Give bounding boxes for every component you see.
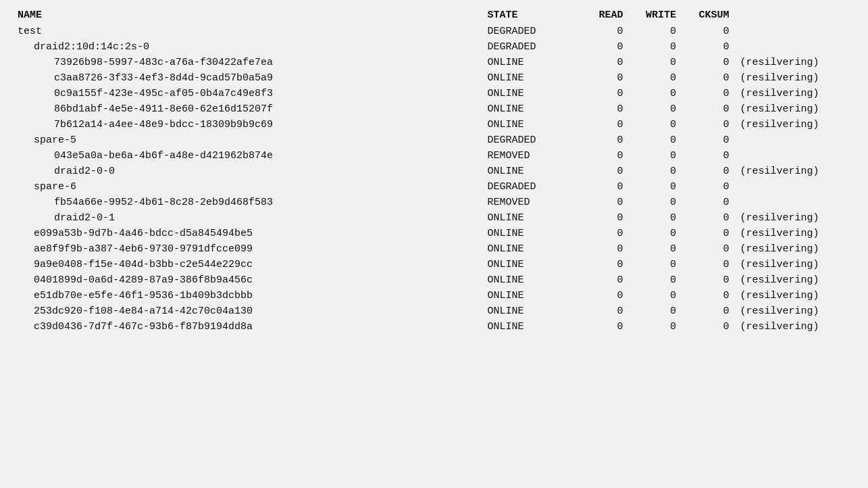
cell-extra: (resilvering) <box>733 86 854 101</box>
cell-write: 0 <box>627 132 680 148</box>
cell-cksum: 0 <box>680 55 734 70</box>
cell-cksum: 0 <box>680 272 734 288</box>
cell-read: 0 <box>582 55 627 70</box>
cell-extra: (resilvering) <box>733 117 854 132</box>
header-name: NAME <box>14 7 483 24</box>
cell-cksum: 0 <box>680 195 734 210</box>
cell-extra: (resilvering) <box>733 70 854 86</box>
cell-name: 0401899d-0a6d-4289-87a9-386f8b9a456c <box>14 272 483 288</box>
cell-state: ONLINE <box>483 86 582 101</box>
cell-extra: (resilvering) <box>733 288 854 303</box>
cell-read: 0 <box>582 241 627 257</box>
cell-state: ONLINE <box>483 257 582 272</box>
cell-extra <box>733 132 854 148</box>
cell-state: ONLINE <box>483 55 582 70</box>
cell-name: 0c9a155f-423e-495c-af05-0b4a7c49e8f3 <box>14 86 483 101</box>
table-row: fb54a66e-9952-4b61-8c28-2eb9d468f583REMO… <box>14 195 854 210</box>
header-state: STATE <box>483 7 582 24</box>
cell-write: 0 <box>627 148 680 164</box>
cell-name: e51db70e-e5fe-46f1-9536-1b409b3dcbbb <box>14 288 483 303</box>
cell-name: 253dc920-f108-4e84-a714-42c70c04a130 <box>14 303 483 319</box>
cell-name: spare-6 <box>14 179 483 195</box>
cell-read: 0 <box>582 70 627 86</box>
cell-write: 0 <box>627 210 680 226</box>
table-header-row: NAME STATE READ WRITE CKSUM <box>14 7 854 24</box>
table-row: testDEGRADED000 <box>14 24 854 39</box>
cell-write: 0 <box>627 226 680 241</box>
table-row: 253dc920-f108-4e84-a714-42c70c04a130ONLI… <box>14 303 854 319</box>
cell-write: 0 <box>627 55 680 70</box>
cell-read: 0 <box>582 303 627 319</box>
cell-state: DEGRADED <box>483 179 582 195</box>
cell-extra: (resilvering) <box>733 226 854 241</box>
cell-cksum: 0 <box>680 148 734 164</box>
cell-name: fb54a66e-9952-4b61-8c28-2eb9d468f583 <box>14 195 483 210</box>
cell-cksum: 0 <box>680 117 734 132</box>
table-row: 0401899d-0a6d-4289-87a9-386f8b9a456cONLI… <box>14 272 854 288</box>
table-row: spare-5DEGRADED000 <box>14 132 854 148</box>
table-row: e51db70e-e5fe-46f1-9536-1b409b3dcbbbONLI… <box>14 288 854 303</box>
cell-cksum: 0 <box>680 179 734 195</box>
cell-state: REMOVED <box>483 195 582 210</box>
cell-read: 0 <box>582 272 627 288</box>
cell-extra <box>733 179 854 195</box>
cell-extra: (resilvering) <box>733 272 854 288</box>
cell-name: 9a9e0408-f15e-404d-b3bb-c2e544e229cc <box>14 257 483 272</box>
cell-read: 0 <box>582 226 627 241</box>
cell-name: draid2:10d:14c:2s-0 <box>14 39 483 55</box>
cell-write: 0 <box>627 24 680 39</box>
cell-name: e099a53b-9d7b-4a46-bdcc-d5a845494be5 <box>14 226 483 241</box>
cell-write: 0 <box>627 39 680 55</box>
cell-name: 86bd1abf-4e5e-4911-8e60-62e16d15207f <box>14 101 483 117</box>
cell-cksum: 0 <box>680 319 734 335</box>
cell-extra: (resilvering) <box>733 164 854 179</box>
cell-name: spare-5 <box>14 132 483 148</box>
cell-name: c3aa8726-3f33-4ef3-8d4d-9cad57b0a5a9 <box>14 70 483 86</box>
cell-name: test <box>14 24 483 39</box>
cell-cksum: 0 <box>680 241 734 257</box>
cell-name: ae8f9f9b-a387-4eb6-9730-9791dfcce099 <box>14 241 483 257</box>
cell-read: 0 <box>582 195 627 210</box>
cell-state: ONLINE <box>483 210 582 226</box>
table-row: draid2-0-1ONLINE000(resilvering) <box>14 210 854 226</box>
cell-cksum: 0 <box>680 86 734 101</box>
cell-write: 0 <box>627 195 680 210</box>
cell-write: 0 <box>627 303 680 319</box>
cell-extra <box>733 24 854 39</box>
cell-read: 0 <box>582 210 627 226</box>
cell-state: ONLINE <box>483 241 582 257</box>
table-row: 7b612a14-a4ee-48e9-bdcc-18309b9b9c69ONLI… <box>14 117 854 132</box>
cell-extra: (resilvering) <box>733 55 854 70</box>
cell-cksum: 0 <box>680 39 734 55</box>
cell-write: 0 <box>627 70 680 86</box>
cell-state: DEGRADED <box>483 132 582 148</box>
zpool-status-table: NAME STATE READ WRITE CKSUM testDEGRADED… <box>14 7 854 335</box>
cell-write: 0 <box>627 241 680 257</box>
table-row: c39d0436-7d7f-467c-93b6-f87b9194dd8aONLI… <box>14 319 854 335</box>
table-row: ae8f9f9b-a387-4eb6-9730-9791dfcce099ONLI… <box>14 241 854 257</box>
cell-cksum: 0 <box>680 210 734 226</box>
cell-extra: (resilvering) <box>733 210 854 226</box>
cell-name: draid2-0-0 <box>14 164 483 179</box>
cell-extra: (resilvering) <box>733 257 854 272</box>
cell-state: ONLINE <box>483 319 582 335</box>
cell-state: ONLINE <box>483 288 582 303</box>
cell-read: 0 <box>582 132 627 148</box>
cell-write: 0 <box>627 319 680 335</box>
table-row: 86bd1abf-4e5e-4911-8e60-62e16d15207fONLI… <box>14 101 854 117</box>
cell-state: DEGRADED <box>483 24 582 39</box>
cell-read: 0 <box>582 86 627 101</box>
cell-state: REMOVED <box>483 148 582 164</box>
cell-extra: (resilvering) <box>733 241 854 257</box>
cell-extra <box>733 148 854 164</box>
table-row: spare-6DEGRADED000 <box>14 179 854 195</box>
cell-state: ONLINE <box>483 117 582 132</box>
cell-write: 0 <box>627 164 680 179</box>
cell-extra <box>733 195 854 210</box>
cell-name: 73926b98-5997-483c-a76a-f30422afe7ea <box>14 55 483 70</box>
table-row: c3aa8726-3f33-4ef3-8d4d-9cad57b0a5a9ONLI… <box>14 70 854 86</box>
table-row: draid2-0-0ONLINE000(resilvering) <box>14 164 854 179</box>
cell-read: 0 <box>582 24 627 39</box>
cell-cksum: 0 <box>680 257 734 272</box>
cell-read: 0 <box>582 101 627 117</box>
